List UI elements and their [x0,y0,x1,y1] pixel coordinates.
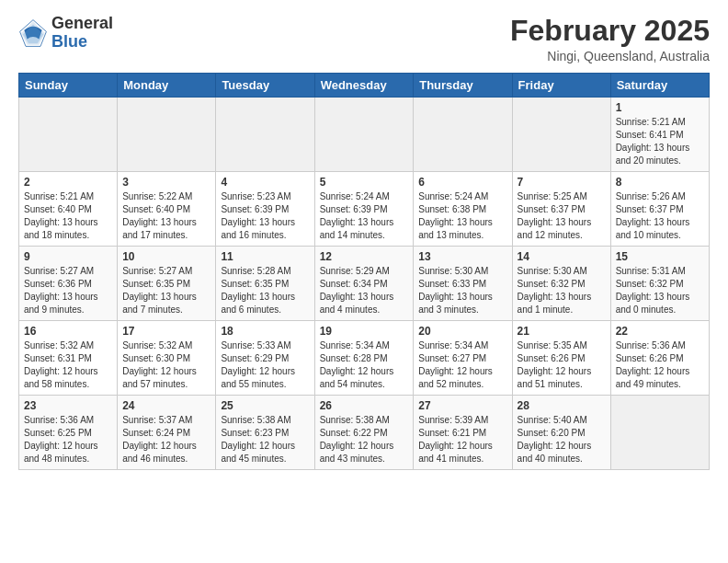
day-num-w0-d6: 1 [616,101,704,114]
day-num-w4-d4: 27 [418,399,506,412]
day-num-w1-d2: 4 [221,176,309,189]
day-info-w1-d5: Sunrise: 5:25 AM Sunset: 6:37 PM Dayligh… [518,190,606,242]
cell-w1-d0: 2Sunrise: 5:21 AM Sunset: 6:40 PM Daylig… [19,172,118,247]
day-num-w3-d0: 16 [24,325,112,338]
cell-w2-d4: 13Sunrise: 5:30 AM Sunset: 6:33 PM Dayli… [414,247,512,321]
cell-w4-d3: 26Sunrise: 5:38 AM Sunset: 6:22 PM Dayli… [314,396,414,470]
day-num-w2-d4: 13 [418,250,506,263]
day-num-w2-d5: 14 [518,250,606,263]
day-num-w4-d1: 24 [122,399,210,412]
day-info-w2-d1: Sunrise: 5:27 AM Sunset: 6:35 PM Dayligh… [122,265,210,316]
cell-w0-d2 [216,98,314,172]
day-num-w3-d5: 21 [518,325,606,338]
logo-blue-text: Blue [51,33,113,52]
cell-w4-d6 [610,396,709,470]
col-monday: Monday [118,74,216,98]
calendar-body: 1Sunrise: 5:21 AM Sunset: 6:41 PM Daylig… [19,98,710,470]
day-num-w4-d5: 28 [518,399,606,412]
header: General Blue February 2025 Ningi, Queens… [18,15,710,63]
page: General Blue February 2025 Ningi, Queens… [0,0,728,563]
cell-w4-d5: 28Sunrise: 5:40 AM Sunset: 6:20 PM Dayli… [512,396,610,470]
cell-w3-d0: 16Sunrise: 5:32 AM Sunset: 6:31 PM Dayli… [19,321,118,396]
col-sunday: Sunday [19,74,118,98]
day-info-w3-d3: Sunrise: 5:34 AM Sunset: 6:28 PM Dayligh… [320,339,409,391]
day-info-w3-d1: Sunrise: 5:32 AM Sunset: 6:30 PM Dayligh… [122,339,210,391]
day-num-w2-d0: 9 [24,250,112,263]
day-info-w4-d3: Sunrise: 5:38 AM Sunset: 6:22 PM Dayligh… [320,414,409,465]
cell-w2-d2: 11Sunrise: 5:28 AM Sunset: 6:35 PM Dayli… [216,247,314,321]
day-info-w1-d0: Sunrise: 5:21 AM Sunset: 6:40 PM Dayligh… [24,190,112,242]
cell-w4-d2: 25Sunrise: 5:38 AM Sunset: 6:23 PM Dayli… [216,396,314,470]
col-thursday: Thursday [414,74,512,98]
cell-w1-d3: 5Sunrise: 5:24 AM Sunset: 6:39 PM Daylig… [314,172,414,247]
cell-w3-d1: 17Sunrise: 5:32 AM Sunset: 6:30 PM Dayli… [118,321,216,396]
day-info-w3-d2: Sunrise: 5:33 AM Sunset: 6:29 PM Dayligh… [221,339,309,391]
cell-w2-d3: 12Sunrise: 5:29 AM Sunset: 6:34 PM Dayli… [314,247,414,321]
location: Ningi, Queensland, Australia [510,49,710,63]
day-info-w1-d2: Sunrise: 5:23 AM Sunset: 6:39 PM Dayligh… [221,190,309,242]
day-info-w4-d1: Sunrise: 5:37 AM Sunset: 6:24 PM Dayligh… [122,414,210,465]
cell-w1-d1: 3Sunrise: 5:22 AM Sunset: 6:40 PM Daylig… [118,172,216,247]
cell-w0-d5 [512,98,610,172]
day-num-w4-d3: 26 [320,399,409,412]
day-num-w3-d2: 18 [221,325,309,338]
cell-w1-d5: 7Sunrise: 5:25 AM Sunset: 6:37 PM Daylig… [512,172,610,247]
day-info-w4-d4: Sunrise: 5:39 AM Sunset: 6:21 PM Dayligh… [418,414,506,465]
col-tuesday: Tuesday [216,74,314,98]
day-info-w0-d6: Sunrise: 5:21 AM Sunset: 6:41 PM Dayligh… [616,116,704,167]
col-wednesday: Wednesday [314,74,414,98]
day-info-w3-d0: Sunrise: 5:32 AM Sunset: 6:31 PM Dayligh… [24,339,112,391]
cell-w0-d3 [314,98,414,172]
day-info-w2-d2: Sunrise: 5:28 AM Sunset: 6:35 PM Dayligh… [221,265,309,316]
day-info-w2-d6: Sunrise: 5:31 AM Sunset: 6:32 PM Dayligh… [616,265,704,316]
cell-w1-d2: 4Sunrise: 5:23 AM Sunset: 6:39 PM Daylig… [216,172,314,247]
day-info-w2-d5: Sunrise: 5:30 AM Sunset: 6:32 PM Dayligh… [518,265,606,316]
cell-w2-d5: 14Sunrise: 5:30 AM Sunset: 6:32 PM Dayli… [512,247,610,321]
col-saturday: Saturday [610,74,709,98]
day-num-w3-d4: 20 [418,325,506,338]
logo: General Blue [18,15,113,52]
day-info-w4-d2: Sunrise: 5:38 AM Sunset: 6:23 PM Dayligh… [221,414,309,465]
day-num-w3-d1: 17 [122,325,210,338]
cell-w4-d0: 23Sunrise: 5:36 AM Sunset: 6:25 PM Dayli… [19,396,118,470]
day-num-w4-d2: 25 [221,399,309,412]
logo-text: General Blue [51,15,113,52]
day-info-w1-d6: Sunrise: 5:26 AM Sunset: 6:37 PM Dayligh… [616,190,704,242]
col-friday: Friday [512,74,610,98]
title-block: February 2025 Ningi, Queensland, Austral… [510,15,710,63]
day-num-w1-d1: 3 [122,176,210,189]
calendar-header: Sunday Monday Tuesday Wednesday Thursday… [19,74,710,98]
day-num-w2-d6: 15 [616,250,704,263]
day-info-w4-d5: Sunrise: 5:40 AM Sunset: 6:20 PM Dayligh… [518,414,606,465]
day-info-w4-d0: Sunrise: 5:36 AM Sunset: 6:25 PM Dayligh… [24,414,112,465]
month-title: February 2025 [510,15,710,47]
cell-w3-d2: 18Sunrise: 5:33 AM Sunset: 6:29 PM Dayli… [216,321,314,396]
cell-w3-d6: 22Sunrise: 5:36 AM Sunset: 6:26 PM Dayli… [610,321,709,396]
week-row-2: 9Sunrise: 5:27 AM Sunset: 6:36 PM Daylig… [19,247,710,321]
week-row-1: 2Sunrise: 5:21 AM Sunset: 6:40 PM Daylig… [19,172,710,247]
day-num-w1-d4: 6 [418,176,506,189]
day-num-w1-d3: 5 [320,176,409,189]
logo-icon [18,18,48,48]
cell-w3-d5: 21Sunrise: 5:35 AM Sunset: 6:26 PM Dayli… [512,321,610,396]
cell-w4-d4: 27Sunrise: 5:39 AM Sunset: 6:21 PM Dayli… [414,396,512,470]
week-row-3: 16Sunrise: 5:32 AM Sunset: 6:31 PM Dayli… [19,321,710,396]
day-num-w2-d1: 10 [122,250,210,263]
cell-w0-d1 [118,98,216,172]
day-info-w1-d4: Sunrise: 5:24 AM Sunset: 6:38 PM Dayligh… [418,190,506,242]
cell-w2-d0: 9Sunrise: 5:27 AM Sunset: 6:36 PM Daylig… [19,247,118,321]
day-num-w3-d6: 22 [616,325,704,338]
cell-w2-d1: 10Sunrise: 5:27 AM Sunset: 6:35 PM Dayli… [118,247,216,321]
week-row-4: 23Sunrise: 5:36 AM Sunset: 6:25 PM Dayli… [19,396,710,470]
day-info-w1-d1: Sunrise: 5:22 AM Sunset: 6:40 PM Dayligh… [122,190,210,242]
day-num-w3-d3: 19 [320,325,409,338]
cell-w1-d6: 8Sunrise: 5:26 AM Sunset: 6:37 PM Daylig… [610,172,709,247]
cell-w0-d0 [19,98,118,172]
cell-w0-d6: 1Sunrise: 5:21 AM Sunset: 6:41 PM Daylig… [610,98,709,172]
day-info-w2-d0: Sunrise: 5:27 AM Sunset: 6:36 PM Dayligh… [24,265,112,316]
day-info-w3-d6: Sunrise: 5:36 AM Sunset: 6:26 PM Dayligh… [616,339,704,391]
logo-general-text: General [51,15,113,33]
day-info-w2-d4: Sunrise: 5:30 AM Sunset: 6:33 PM Dayligh… [418,265,506,316]
day-info-w3-d5: Sunrise: 5:35 AM Sunset: 6:26 PM Dayligh… [518,339,606,391]
week-row-0: 1Sunrise: 5:21 AM Sunset: 6:41 PM Daylig… [19,98,710,172]
